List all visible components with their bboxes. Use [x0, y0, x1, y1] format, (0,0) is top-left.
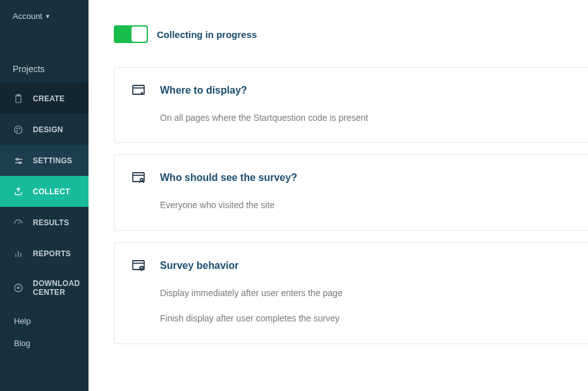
card-body: Everyone who visited the site	[131, 198, 572, 212]
caret-down-icon: ▼	[45, 13, 51, 20]
nav-label: CREATE	[33, 94, 64, 103]
bar-chart-icon	[13, 248, 24, 259]
card-text: On all pages where the Startquestion cod…	[160, 111, 572, 125]
nav-label: COLLECT	[33, 187, 70, 196]
sidebar-item-reports[interactable]: REPORTS	[0, 238, 89, 269]
sidebar-item-design[interactable]: DESIGN	[0, 114, 89, 145]
svg-point-2	[15, 126, 22, 133]
card-title: Who should see the survey?	[160, 172, 297, 183]
toggle-knob	[132, 27, 147, 42]
clipboard-icon	[13, 93, 24, 104]
status-row: Collecting in progress	[114, 25, 588, 43]
account-label: Account	[13, 11, 42, 21]
svg-point-9	[19, 161, 21, 163]
footer-link-blog[interactable]: Blog	[0, 332, 89, 354]
card-body: Display immediately after user enters th…	[131, 286, 572, 326]
palette-icon	[13, 124, 24, 135]
sidebar-item-settings[interactable]: SETTINGS	[0, 145, 89, 176]
card-text: Everyone who visited the site	[160, 198, 572, 212]
download-icon	[13, 282, 24, 294]
sliders-icon	[13, 155, 24, 166]
nav-label: DESIGN	[33, 125, 63, 134]
sidebar-item-create[interactable]: CREATE	[0, 83, 89, 114]
nav-label: SETTINGS	[33, 156, 72, 165]
card-text: Finish display after user completes the …	[160, 311, 572, 325]
card-body: On all pages where the Startquestion cod…	[131, 111, 572, 125]
sidebar-item-results[interactable]: RESULTS	[0, 207, 89, 238]
sidebar: Account ▼ Projects CREATE DESIGN SETTING…	[0, 0, 89, 391]
nav-label: DOWNLOAD CENTER	[33, 279, 80, 297]
sidebar-footer: Help Blog	[0, 310, 89, 354]
sidebar-projects-link[interactable]: Projects	[0, 58, 89, 83]
collecting-toggle[interactable]	[114, 25, 148, 43]
card-where-to-display[interactable]: Where to display? On all pages where the…	[114, 67, 588, 143]
svg-point-3	[16, 128, 17, 128]
svg-point-5	[16, 130, 17, 131]
footer-link-help[interactable]: Help	[0, 310, 89, 332]
card-header: Where to display?	[131, 83, 572, 98]
card-header: Who should see the survey?	[131, 170, 572, 185]
window-icon	[131, 83, 146, 98]
svg-point-4	[19, 128, 20, 128]
card-text: Display immediately after user enters th…	[160, 286, 572, 300]
card-title: Where to display?	[160, 85, 247, 96]
svg-line-10	[18, 222, 20, 224]
nav-label: REPORTS	[33, 249, 71, 258]
card-who-should-see[interactable]: Who should see the survey? Everyone who …	[114, 154, 588, 230]
status-label: Collecting in progress	[157, 29, 257, 40]
card-title: Survey behavior	[160, 260, 239, 271]
sidebar-item-collect[interactable]: COLLECT	[0, 176, 89, 207]
card-header: Survey behavior	[131, 258, 572, 273]
sidebar-item-download-center[interactable]: DOWNLOAD CENTER	[0, 269, 89, 306]
check-window-icon	[131, 258, 146, 273]
svg-point-8	[16, 158, 18, 160]
share-icon	[13, 186, 24, 197]
account-menu[interactable]: Account ▼	[0, 0, 89, 32]
card-survey-behavior[interactable]: Survey behavior Display immediately afte…	[114, 242, 588, 344]
user-window-icon	[131, 170, 146, 185]
sidebar-spacer	[0, 32, 89, 58]
main-content: Collecting in progress Where to display?…	[89, 0, 588, 391]
nav-label: RESULTS	[33, 218, 69, 227]
gauge-icon	[13, 217, 24, 228]
